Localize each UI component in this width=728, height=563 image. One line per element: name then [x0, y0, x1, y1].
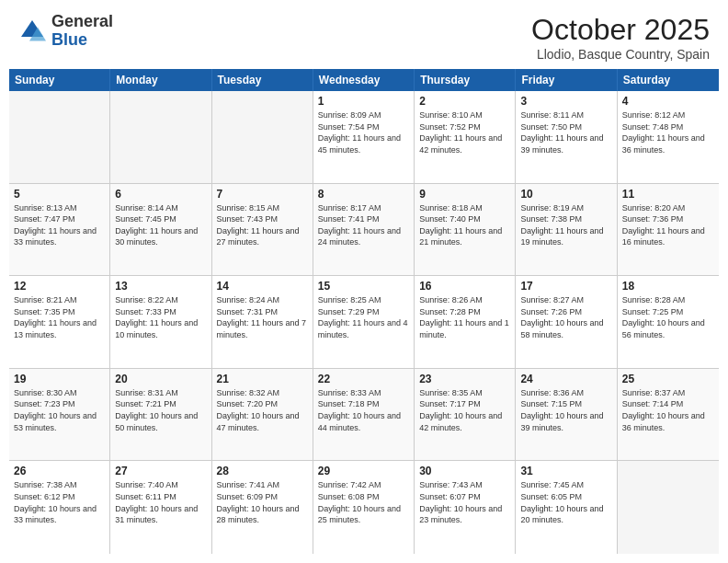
day-info: Sunrise: 7:38 AMSunset: 6:12 PMDaylight:… [14, 479, 105, 525]
day-info: Sunrise: 8:27 AMSunset: 7:26 PMDaylight:… [520, 294, 611, 340]
day-cell-11: 11Sunrise: 8:20 AMSunset: 7:36 PMDayligh… [618, 184, 719, 276]
day-info: Sunrise: 8:24 AMSunset: 7:31 PMDaylight:… [217, 294, 308, 340]
day-cell-9: 9Sunrise: 8:18 AMSunset: 7:40 PMDaylight… [415, 184, 516, 276]
page: General Blue October 2025 Llodio, Basque… [0, 0, 728, 563]
day-cell-22: 22Sunrise: 8:33 AMSunset: 7:18 PMDayligh… [313, 369, 415, 461]
weekday-header-thursday: Thursday [415, 69, 516, 91]
calendar-body: 1Sunrise: 8:09 AMSunset: 7:54 PMDaylight… [9, 91, 719, 554]
day-cell-5: 5Sunrise: 8:13 AMSunset: 7:47 PMDaylight… [9, 184, 110, 276]
day-cell-31: 31Sunrise: 7:45 AMSunset: 6:05 PMDayligh… [516, 461, 617, 554]
day-cell-25: 25Sunrise: 8:37 AMSunset: 7:14 PMDayligh… [618, 369, 719, 461]
day-number: 22 [318, 373, 409, 385]
day-cell-26: 26Sunrise: 7:38 AMSunset: 6:12 PMDayligh… [9, 461, 110, 554]
day-number: 31 [520, 465, 611, 477]
day-cell-8: 8Sunrise: 8:17 AMSunset: 7:41 PMDaylight… [313, 184, 415, 276]
day-info: Sunrise: 7:43 AMSunset: 6:07 PMDaylight:… [419, 479, 510, 525]
day-number: 7 [217, 188, 308, 201]
day-cell-empty [212, 91, 313, 183]
week-row-1: 1Sunrise: 8:09 AMSunset: 7:54 PMDaylight… [9, 91, 719, 184]
day-cell-2: 2Sunrise: 8:10 AMSunset: 7:52 PMDaylight… [415, 91, 516, 183]
day-info: Sunrise: 8:37 AMSunset: 7:14 PMDaylight:… [622, 387, 714, 433]
day-cell-30: 30Sunrise: 7:43 AMSunset: 6:07 PMDayligh… [415, 461, 516, 554]
day-info: Sunrise: 8:33 AMSunset: 7:18 PMDaylight:… [318, 387, 409, 433]
day-info: Sunrise: 8:31 AMSunset: 7:21 PMDaylight:… [115, 387, 206, 433]
day-info: Sunrise: 8:28 AMSunset: 7:25 PMDaylight:… [622, 294, 714, 340]
logo-general-text: General [51, 13, 113, 31]
day-number: 18 [622, 280, 714, 293]
day-cell-6: 6Sunrise: 8:14 AMSunset: 7:45 PMDaylight… [110, 184, 211, 276]
week-row-3: 12Sunrise: 8:21 AMSunset: 7:35 PMDayligh… [9, 276, 719, 369]
day-number: 30 [419, 465, 510, 477]
day-info: Sunrise: 7:40 AMSunset: 6:11 PMDaylight:… [115, 479, 206, 525]
day-number: 17 [520, 280, 611, 293]
day-cell-18: 18Sunrise: 8:28 AMSunset: 7:25 PMDayligh… [618, 276, 719, 368]
day-cell-4: 4Sunrise: 8:12 AMSunset: 7:48 PMDaylight… [618, 91, 719, 183]
day-number: 23 [419, 373, 510, 385]
day-info: Sunrise: 8:09 AMSunset: 7:54 PMDaylight:… [318, 109, 409, 155]
day-info: Sunrise: 8:30 AMSunset: 7:23 PMDaylight:… [14, 387, 105, 433]
day-cell-1: 1Sunrise: 8:09 AMSunset: 7:54 PMDaylight… [313, 91, 415, 183]
header: General Blue October 2025 Llodio, Basque… [0, 0, 728, 69]
day-cell-23: 23Sunrise: 8:35 AMSunset: 7:17 PMDayligh… [415, 369, 516, 461]
day-number: 16 [419, 280, 510, 293]
day-number: 4 [622, 95, 714, 108]
day-number: 6 [115, 188, 206, 201]
day-number: 27 [115, 465, 206, 477]
day-cell-12: 12Sunrise: 8:21 AMSunset: 7:35 PMDayligh… [9, 276, 110, 368]
day-number: 1 [318, 95, 409, 108]
day-cell-14: 14Sunrise: 8:24 AMSunset: 7:31 PMDayligh… [212, 276, 313, 368]
day-info: Sunrise: 8:11 AMSunset: 7:50 PMDaylight:… [520, 109, 611, 155]
day-cell-empty [618, 461, 719, 554]
day-info: Sunrise: 7:41 AMSunset: 6:09 PMDaylight:… [217, 479, 308, 525]
day-number: 3 [520, 95, 611, 108]
weekday-header-tuesday: Tuesday [212, 69, 313, 91]
day-cell-17: 17Sunrise: 8:27 AMSunset: 7:26 PMDayligh… [516, 276, 617, 368]
day-info: Sunrise: 8:18 AMSunset: 7:40 PMDaylight:… [419, 202, 510, 248]
day-number: 10 [520, 188, 611, 201]
weekday-header-wednesday: Wednesday [313, 69, 415, 91]
day-number: 21 [217, 373, 308, 385]
day-number: 20 [115, 373, 206, 385]
logo-blue-text: Blue [51, 31, 113, 50]
weekday-header-sunday: Sunday [9, 69, 110, 91]
day-cell-21: 21Sunrise: 8:32 AMSunset: 7:20 PMDayligh… [212, 369, 313, 461]
day-info: Sunrise: 8:35 AMSunset: 7:17 PMDaylight:… [419, 387, 510, 433]
day-info: Sunrise: 7:45 AMSunset: 6:05 PMDaylight:… [520, 479, 611, 525]
day-info: Sunrise: 8:36 AMSunset: 7:15 PMDaylight:… [520, 387, 611, 433]
day-cell-19: 19Sunrise: 8:30 AMSunset: 7:23 PMDayligh… [9, 369, 110, 461]
title-block: October 2025 Llodio, Basque Country, Spa… [531, 13, 710, 62]
day-cell-13: 13Sunrise: 8:22 AMSunset: 7:33 PMDayligh… [110, 276, 211, 368]
day-cell-15: 15Sunrise: 8:25 AMSunset: 7:29 PMDayligh… [313, 276, 415, 368]
week-row-5: 26Sunrise: 7:38 AMSunset: 6:12 PMDayligh… [9, 461, 719, 554]
day-number: 24 [520, 373, 611, 385]
calendar-header: SundayMondayTuesdayWednesdayThursdayFrid… [9, 69, 719, 91]
day-info: Sunrise: 8:25 AMSunset: 7:29 PMDaylight:… [318, 294, 409, 340]
day-number: 29 [318, 465, 409, 477]
day-info: Sunrise: 7:42 AMSunset: 6:08 PMDaylight:… [318, 479, 409, 525]
day-number: 25 [622, 373, 714, 385]
day-cell-28: 28Sunrise: 7:41 AMSunset: 6:09 PMDayligh… [212, 461, 313, 554]
month-title: October 2025 [531, 13, 710, 47]
day-cell-29: 29Sunrise: 7:42 AMSunset: 6:08 PMDayligh… [313, 461, 415, 554]
day-info: Sunrise: 8:13 AMSunset: 7:47 PMDaylight:… [14, 202, 105, 248]
day-number: 14 [217, 280, 308, 293]
day-info: Sunrise: 8:22 AMSunset: 7:33 PMDaylight:… [115, 294, 206, 340]
day-info: Sunrise: 8:17 AMSunset: 7:41 PMDaylight:… [318, 202, 409, 248]
logo-text: General Blue [51, 13, 113, 50]
day-cell-27: 27Sunrise: 7:40 AMSunset: 6:11 PMDayligh… [110, 461, 211, 554]
day-number: 19 [14, 373, 105, 385]
location: Llodio, Basque Country, Spain [531, 47, 710, 62]
day-number: 2 [419, 95, 510, 108]
day-cell-24: 24Sunrise: 8:36 AMSunset: 7:15 PMDayligh… [516, 369, 617, 461]
day-number: 5 [14, 188, 105, 201]
day-info: Sunrise: 8:19 AMSunset: 7:38 PMDaylight:… [520, 202, 611, 248]
day-info: Sunrise: 8:14 AMSunset: 7:45 PMDaylight:… [115, 202, 206, 248]
day-cell-empty [110, 91, 211, 183]
weekday-header-monday: Monday [110, 69, 211, 91]
day-info: Sunrise: 8:15 AMSunset: 7:43 PMDaylight:… [217, 202, 308, 248]
day-info: Sunrise: 8:20 AMSunset: 7:36 PMDaylight:… [622, 202, 714, 248]
week-row-2: 5Sunrise: 8:13 AMSunset: 7:47 PMDaylight… [9, 184, 719, 277]
day-number: 9 [419, 188, 510, 201]
day-cell-10: 10Sunrise: 8:19 AMSunset: 7:38 PMDayligh… [516, 184, 617, 276]
day-info: Sunrise: 8:10 AMSunset: 7:52 PMDaylight:… [419, 109, 510, 155]
